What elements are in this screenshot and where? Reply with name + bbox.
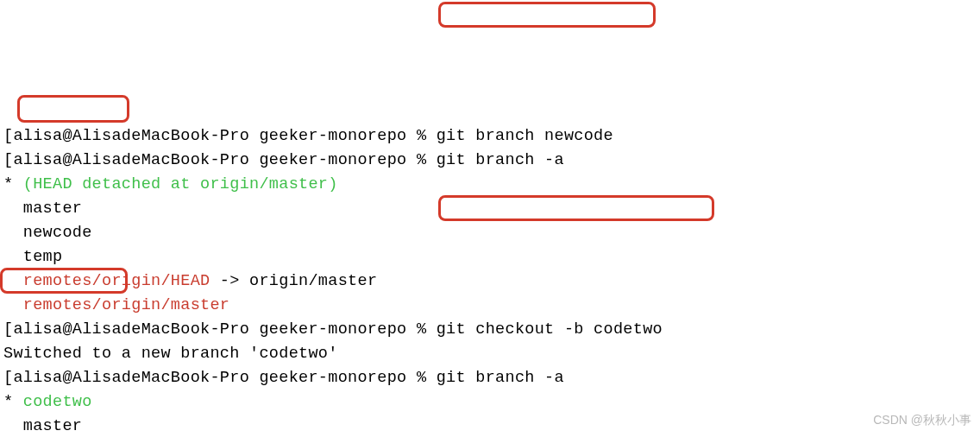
- remote-branch: remotes/origin/HEAD -> origin/master: [3, 272, 377, 290]
- branch-item-newcode: newcode: [3, 224, 92, 242]
- switched-branch-msg: Switched to a new branch 'codetwo': [3, 345, 338, 363]
- watermark: CSDN @秋秋小事: [873, 408, 971, 432]
- current-branch-line: * codetwo: [3, 393, 92, 411]
- remote-branch: remotes/origin/master: [3, 296, 229, 314]
- prompt-line: [alisa@AlisadeMacBook-Pro geeker-monorep…: [3, 320, 663, 339]
- prompt-line: [alisa@AlisadeMacBook-Pro geeker-monorep…: [3, 127, 613, 145]
- prompt-line: [alisa@AlisadeMacBook-Pro geeker-monorep…: [3, 151, 564, 169]
- branch-item: master: [3, 200, 82, 218]
- branch-head-line: * (HEAD detached at origin/master): [3, 175, 338, 193]
- git-branch-newcode-cmd: git branch newcode: [437, 127, 613, 145]
- prompt-line: [alisa@AlisadeMacBook-Pro geeker-monorep…: [3, 369, 564, 387]
- branch-item: master: [3, 417, 82, 435]
- terminal-output: [alisa@AlisadeMacBook-Pro geeker-monorep…: [0, 97, 980, 437]
- git-checkout-cmd: git checkout -b codetwo: [437, 320, 663, 339]
- highlight-box-1: [438, 2, 656, 28]
- branch-item: temp: [3, 248, 62, 266]
